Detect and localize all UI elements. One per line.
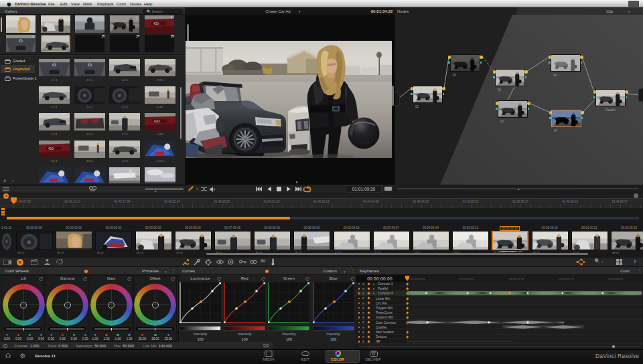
svg-text:420i: 420i	[48, 147, 54, 150]
svg-text:420i: 420i	[153, 22, 159, 25]
svg-text:420i: 420i	[154, 120, 160, 123]
